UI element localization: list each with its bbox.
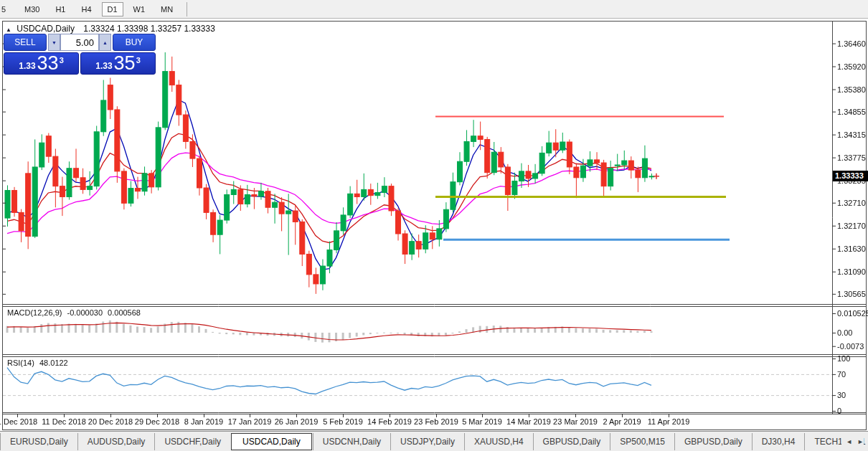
macd-indicator-label: MACD(12,26,9) -0.000030 0.000568 — [7, 308, 143, 317]
tab-gbpusd-daily-1[interactable]: GBPUSD,Daily — [533, 433, 610, 450]
current-price-badge: 1.33333 — [833, 171, 868, 181]
timeframe-button-h4[interactable]: H4 — [75, 2, 97, 16]
tab-usdcad-daily[interactable]: USDCAD,Daily — [231, 433, 312, 450]
timeframe-button-h1[interactable]: H1 — [49, 2, 71, 16]
chart-symbol-period: USDCAD,Daily — [16, 24, 75, 34]
macd-name: MACD(12,26,9) — [7, 308, 62, 317]
tab-usdjpy-daily[interactable]: USDJPY,Daily — [390, 433, 464, 450]
chart-tabs-bar: EURUSD,Daily AUDUSD,Daily USDCHF,Daily U… — [0, 431, 868, 451]
volume-decrease-button[interactable]: ▼ — [48, 34, 60, 51]
buy-button[interactable]: BUY — [113, 34, 156, 51]
sell-price-display[interactable]: 1.33 33 3 — [4, 52, 79, 75]
buy-price-pip-digit: 3 — [136, 56, 141, 65]
chart-title: ▲ USDCAD,Daily 1.33324 1.33398 1.33257 1… — [6, 24, 215, 34]
toolbar-separator — [187, 2, 187, 16]
sell-price-big-digits: 33 — [37, 54, 59, 73]
macd-value-signal: 0.000568 — [108, 308, 141, 317]
one-click-trading-panel: SELL ▼ 5.00 ▲ BUY 1.33 33 3 1.33 35 3 — [4, 34, 156, 75]
chevron-down-icon: ▼ — [52, 40, 57, 45]
tab-audusd-daily[interactable]: AUDUSD,Daily — [77, 433, 155, 450]
collapse-chart-icon[interactable]: ▲ — [6, 27, 11, 33]
tab-sp500-m15[interactable]: SP500,M15 — [610, 433, 674, 450]
tab-gbpusd-daily-2[interactable]: GBPUSD,Daily — [674, 433, 752, 450]
sell-price-prefix: 1.33 — [19, 61, 35, 71]
sell-button[interactable]: SELL — [4, 34, 47, 51]
chevron-up-icon: ▲ — [103, 40, 108, 45]
scroll-tabs-right-icon[interactable]: ► — [857, 438, 864, 445]
macd-value-main: -0.000030 — [67, 308, 103, 317]
buy-price-big-digits: 35 — [114, 54, 136, 73]
tab-scroll-controls: ◄ ► — [841, 432, 864, 451]
volume-stepper: ▼ 5.00 ▲ — [48, 34, 111, 51]
trading-terminal-window: { "toolbar": { "timeframes": [ {"label":… — [0, 0, 868, 451]
chart-ohlc-values: 1.33324 1.33398 1.33257 1.33333 — [83, 24, 215, 34]
volume-input[interactable]: 5.00 — [60, 34, 99, 51]
scroll-tabs-left-icon[interactable]: ◄ — [846, 438, 852, 445]
timeframe-button-d1[interactable]: D1 — [102, 2, 123, 16]
tab-usdcnh-daily[interactable]: USDCNH,Daily — [313, 433, 390, 450]
tab-dj30-h4[interactable]: DJ30,H4 — [752, 433, 805, 450]
tab-xauusd-h4[interactable]: XAUUSD,H4 — [464, 433, 533, 450]
rsi-value: 48.0122 — [39, 359, 68, 367]
tab-eurusd-daily[interactable]: EURUSD,Daily — [0, 433, 77, 450]
timeframe-button-mn[interactable]: MN — [155, 2, 179, 16]
sell-price-pip-digit: 3 — [60, 56, 64, 65]
rsi-indicator-label: RSI(14) 48.0122 — [7, 359, 71, 367]
buy-price-prefix: 1.33 — [95, 61, 112, 71]
timeframe-toolbar: 5 M30 H1 H4 D1 W1 MN — [0, 0, 868, 19]
timeframe-button-m30[interactable]: M30 — [19, 2, 45, 16]
timeframe-button-w1[interactable]: W1 — [128, 2, 151, 16]
volume-increase-button[interactable]: ▲ — [99, 34, 111, 51]
rsi-name: RSI(14) — [7, 359, 34, 367]
timeframe-button-m15[interactable]: 5 — [0, 2, 14, 16]
tab-usdchf-daily[interactable]: USDCHF,Daily — [154, 433, 230, 450]
buy-price-display[interactable]: 1.33 35 3 — [80, 52, 156, 75]
